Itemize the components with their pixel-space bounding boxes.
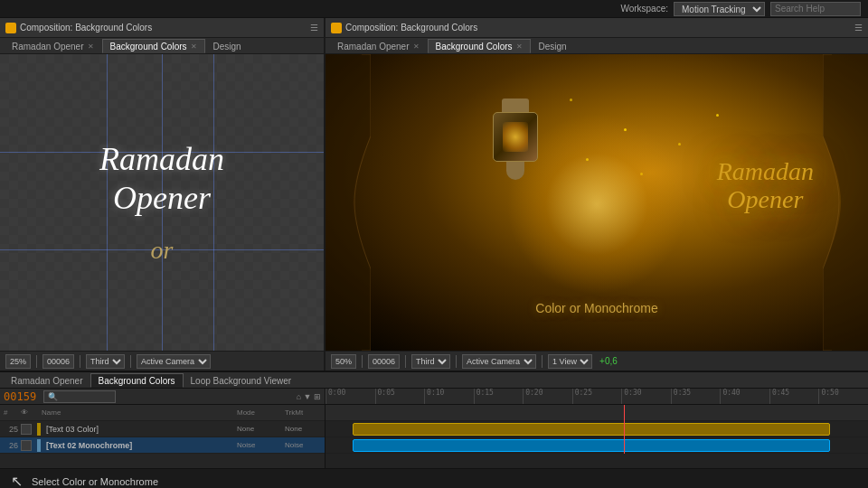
ruler-mark-35: 0:35 — [671, 389, 721, 404]
layer-25-mode: None — [237, 425, 282, 433]
left-view-select[interactable]: Active Camera — [137, 354, 211, 369]
layer-list: # 👁 Name Mode TrkMt 25 [Text 03 Color] N… — [0, 405, 325, 468]
right-tab-bar: Ramadan Opener ✕ Background Colors ✕ Des… — [326, 38, 868, 54]
left-viewport-toolbar: 25% 00006 Third Active Camera — [0, 351, 324, 371]
timeline-tab-ramadan[interactable]: Ramadan Opener — [4, 373, 90, 388]
right-panel-menu-btn[interactable]: ☰ — [854, 23, 863, 33]
left-panel-menu-btn[interactable]: ☰ — [310, 23, 318, 33]
right-view2-select[interactable]: 1 View — [548, 354, 592, 369]
status-text: Select Color or Monochrome — [32, 476, 158, 487]
layer-26-color — [37, 439, 41, 452]
panels-area: Composition: Background Colors ☰ Ramadan… — [0, 18, 868, 371]
ruler-mark-45: 0:45 — [769, 389, 819, 404]
search-input[interactable] — [770, 2, 861, 16]
timeline-tab-bar: Ramadan Opener Background Colors Loop Ba… — [0, 372, 868, 389]
timeline-content: 00159 ⌂ ▼ ⊞ # 👁 Name Mode TrkMt 25 — [0, 389, 868, 468]
workspace-label: Workspace: — [620, 4, 668, 14]
left-panel-header: Composition: Background Colors ☰ — [0, 18, 324, 38]
ruler-mark-5: 0:05 — [375, 389, 425, 404]
right-toolbar-divider4 — [542, 355, 542, 368]
left-tab-ramadan-close[interactable]: ✕ — [88, 42, 94, 51]
sparkle3 — [716, 114, 719, 117]
cursor-icon: ↖ — [11, 473, 23, 488]
left-tab-design[interactable]: Design — [205, 39, 250, 53]
layer-26-mode: Noise — [237, 441, 282, 449]
track-row-26 — [326, 437, 868, 454]
layer-26-track: Noise — [285, 441, 321, 449]
track-row-25 — [326, 421, 868, 437]
playhead[interactable] — [624, 405, 625, 454]
or-text: or — [151, 236, 174, 265]
lantern — [488, 99, 542, 180]
timecode-display: 00159 — [4, 390, 36, 403]
layer-25-track: None — [285, 425, 321, 433]
left-viewport: Ramadan Opener or — [0, 54, 324, 351]
layer-25-color — [37, 423, 41, 436]
layer-25-eye[interactable] — [21, 424, 32, 435]
left-panel: Composition: Background Colors ☰ Ramadan… — [0, 18, 326, 371]
lantern-body — [493, 112, 538, 162]
layer-row-25[interactable]: 25 [Text 03 Color] None None — [0, 421, 325, 437]
composition-icon — [5, 23, 16, 33]
right-toolbar-divider — [362, 355, 363, 368]
left-zoom-btn[interactable]: 25% — [5, 354, 31, 369]
layer-26-eye[interactable] — [21, 440, 32, 451]
top-bar: Workspace: Motion Tracking — [0, 0, 868, 18]
track-rows — [326, 405, 868, 454]
right-toolbar-divider3 — [456, 355, 457, 368]
right-timecode-btn[interactable]: 00006 — [368, 354, 400, 369]
right-panel-header: Composition: Background Colors ☰ — [326, 18, 868, 38]
track-ruler: 0:00 0:05 0:10 0:15 0:20 0:25 0:30 0:35 … — [326, 389, 868, 405]
right-view-select[interactable]: Active Camera — [462, 354, 536, 369]
right-tab-bg-colors[interactable]: Background Colors ✕ — [428, 39, 531, 53]
preview-subtitle: Color or Monochrome — [326, 301, 868, 315]
layer-26-name: [Text 02 Monochrome] — [46, 441, 234, 450]
right-comp-title: Composition: Background Colors — [345, 23, 477, 33]
preview-title-text: Ramadan Opener — [717, 158, 814, 214]
ruler-mark-25: 0:25 — [572, 389, 622, 404]
sparkle1 — [624, 128, 627, 131]
ruler-mark-20: 0:20 — [523, 389, 572, 404]
timeline-tab-loop[interactable]: Loop Background Viewer — [184, 373, 299, 388]
right-tab-ramadan-close[interactable]: ✕ — [413, 42, 420, 51]
left-tab-ramadan[interactable]: Ramadan Opener ✕ — [4, 39, 102, 53]
workspace-select[interactable]: Motion Tracking — [674, 2, 765, 16]
ruler-marks: 0:00 0:05 0:10 0:15 0:20 0:25 0:30 0:35 … — [326, 389, 868, 404]
ruler-mark-40: 0:40 — [720, 389, 769, 404]
right-tab-ramadan[interactable]: Ramadan Opener ✕ — [329, 39, 428, 53]
right-viewport: Ramadan Opener Color or Monochrome — [326, 54, 868, 351]
timeline-tab-bg-colors[interactable]: Background Colors — [90, 373, 184, 388]
left-tab-bg-colors[interactable]: Background Colors ✕ — [102, 39, 205, 53]
left-title-text: Ramadan Opener — [99, 140, 224, 218]
layer-header-controls: ⌂ ▼ ⊞ — [297, 392, 321, 401]
left-camera-select[interactable]: Third — [86, 354, 125, 369]
comp-content-left: Ramadan Opener or — [0, 54, 324, 351]
right-comp-icon — [331, 23, 342, 33]
status-bar: ↖ Select Color or Monochrome — [0, 468, 868, 488]
view-indicator: +0,6 — [599, 356, 618, 366]
track-bar-26[interactable] — [353, 439, 830, 452]
toolbar-divider — [36, 355, 37, 368]
layer-25-name: [Text 03 Color] — [46, 425, 234, 434]
left-tab-bar: Ramadan Opener ✕ Background Colors ✕ Des… — [0, 38, 324, 54]
right-panel: Composition: Background Colors ☰ Ramadan… — [326, 18, 868, 371]
layer-panel: 00159 ⌂ ▼ ⊞ # 👁 Name Mode TrkMt 25 — [0, 389, 326, 468]
track-bar-25[interactable] — [353, 423, 830, 436]
right-camera-select[interactable]: Third — [411, 354, 450, 369]
left-timecode-btn[interactable]: 00006 — [42, 354, 74, 369]
toolbar-divider3 — [130, 355, 131, 368]
lantern-top — [502, 99, 529, 112]
layer-row-26[interactable]: 26 [Text 02 Monochrome] Noise Noise — [0, 437, 325, 454]
toolbar-divider2 — [80, 355, 80, 368]
right-tab-design[interactable]: Design — [531, 39, 575, 53]
ruler-mark-15: 0:15 — [474, 389, 524, 404]
right-tab-bg-colors-close[interactable]: ✕ — [516, 42, 523, 51]
layer-search-input[interactable] — [43, 390, 116, 403]
lantern-bottom — [506, 162, 524, 180]
right-toolbar-divider2 — [405, 355, 406, 368]
left-tab-bg-colors-close[interactable]: ✕ — [191, 42, 197, 51]
ruler-mark-0: 0:00 — [326, 389, 375, 404]
timeline-area: Ramadan Opener Background Colors Loop Ba… — [0, 371, 868, 468]
left-comp-title: Composition: Background Colors — [20, 23, 152, 33]
right-zoom-btn[interactable]: 50% — [331, 354, 356, 369]
